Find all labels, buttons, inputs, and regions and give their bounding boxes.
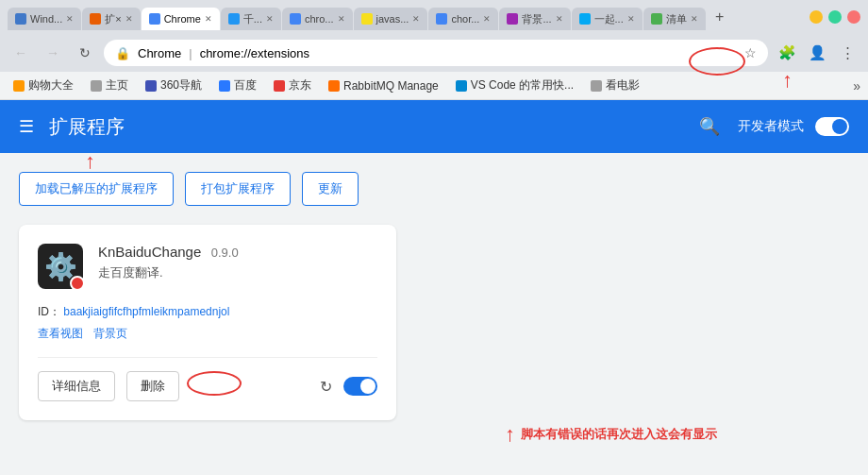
reload-extension-icon[interactable]: ↻ (320, 378, 332, 396)
tab-6[interactable]: javas... ✕ (354, 8, 428, 30)
reload-button[interactable]: ↻ (72, 40, 98, 66)
new-tab-button[interactable]: + (707, 4, 733, 30)
tab-8[interactable]: 背景... ✕ (499, 8, 570, 30)
tab-5[interactable]: chro... ✕ (282, 8, 353, 30)
tab-7[interactable]: chor... ✕ (428, 8, 498, 30)
bookmark-favicon-360 (145, 80, 157, 92)
bookmarks-more-button[interactable]: » (853, 78, 860, 93)
bookmark-favicon-vscode (456, 80, 467, 92)
ext-cards: ⚙️ KnBaiduChange 0.9.0 走百度翻译. ID： baakji… (0, 225, 868, 420)
bookmark-vscode[interactable]: VS Code 的常用快... (450, 76, 579, 95)
ext-toggle-knob (360, 379, 376, 394)
ext-description: 走百度翻译. (98, 264, 377, 281)
maximize-button[interactable] (828, 10, 842, 24)
ext-name: KnBaiduChange (98, 244, 201, 260)
bookmark-label-home: 主页 (106, 77, 128, 93)
tab-label-9: 一起... (594, 12, 624, 26)
ext-enabled-toggle[interactable] (343, 377, 377, 396)
error-annotation-text: 脚本有错误的话再次进入这会有显示 (521, 426, 717, 443)
toolbar-icons: 🧩 👤 ⋮ (774, 40, 860, 66)
ext-view-link-2[interactable]: 背景页 (93, 327, 127, 340)
tab-label-1: Wind... (30, 13, 62, 25)
tab-1[interactable]: Wind... ✕ (8, 8, 81, 30)
bookmark-label-vscode: VS Code 的常用快... (471, 77, 574, 93)
bookmark-label-360: 360导航 (160, 77, 202, 93)
url-favicon: 🔒 (115, 46, 130, 60)
search-extensions-button[interactable]: 🔍 (693, 110, 726, 144)
bookmark-favicon-jd (274, 80, 285, 92)
tab-label-6: javas... (376, 13, 409, 25)
extensions-icon[interactable]: 🧩 (774, 40, 800, 66)
tab-favicon-1 (15, 13, 26, 25)
bookmark-home[interactable]: 主页 (85, 76, 134, 95)
tab-favicon-10 (651, 13, 662, 25)
dev-mode-label: 开发者模式 (738, 118, 804, 135)
profile-icon[interactable]: 👤 (804, 40, 830, 66)
tab-favicon-2 (90, 13, 101, 25)
back-button[interactable]: ← (8, 40, 34, 66)
error-annotation: ↑ 脚本有错误的话再次进入这会有显示 (505, 422, 717, 447)
bookmark-label-movie: 看电影 (606, 77, 640, 93)
tab-favicon-7 (436, 13, 447, 25)
tab-10[interactable]: 清单 ✕ (643, 8, 706, 30)
tab-9[interactable]: 一起... ✕ (572, 8, 643, 30)
tab-close-2[interactable]: ✕ (125, 14, 133, 24)
tab-close-1[interactable]: ✕ (66, 14, 74, 24)
pack-extension-button[interactable]: 打包扩展程序 (185, 172, 291, 206)
tab-close-3[interactable]: ✕ (205, 14, 212, 24)
ext-delete-button[interactable]: 删除 (126, 371, 179, 401)
tab-label-8: 背景... (522, 12, 551, 26)
load-extension-button[interactable]: 加载已解压的扩展程序 (19, 172, 174, 206)
bookmark-favicon-rabbitmq (328, 80, 340, 92)
tab-close-10[interactable]: ✕ (691, 14, 698, 24)
url-site-label: Chrome (138, 46, 181, 60)
header-right: 🔍 开发者模式 (693, 110, 849, 144)
bookmark-jd[interactable]: 京东 (268, 76, 317, 95)
tab-close-5[interactable]: ✕ (338, 14, 345, 24)
bookmarks-bar: 购物大全 主页 360导航 百度 京东 RabbitMQ Manage VS C… (0, 72, 868, 100)
tab-favicon-5 (290, 13, 301, 25)
tab-favicon-4 (228, 13, 240, 25)
bookmark-rabbitmq[interactable]: RabbitMQ Manage (323, 77, 444, 94)
ext-card-header: ⚙️ KnBaiduChange 0.9.0 走百度翻译. (38, 244, 377, 289)
tab-label-10: 清单 (666, 12, 687, 26)
error-annotation-circle (187, 371, 242, 396)
more-menu-icon[interactable]: ⋮ (834, 40, 860, 66)
bookmark-shopping[interactable]: 购物大全 (8, 76, 79, 95)
url-bar[interactable]: 🔒 Chrome | chrome://extensions ☆ (104, 40, 768, 66)
ext-error-badge (70, 276, 85, 291)
bookmark-favicon-home (91, 80, 102, 92)
tab-group: Wind... ✕ 扩× ✕ Chrome ✕ 千. (8, 4, 733, 30)
close-button[interactable] (847, 10, 860, 24)
hamburger-menu-icon[interactable]: ☰ (19, 116, 34, 137)
bookmark-360[interactable]: 360导航 (140, 76, 208, 95)
extensions-page: ☰ 扩展程序 🔍 开发者模式 ↑ 加载已解压的扩展程序 打包扩展程序 更新 ↑ (0, 100, 868, 475)
tab-close-4[interactable]: ✕ (266, 14, 274, 24)
ext-detail-button[interactable]: 详细信息 (38, 371, 115, 401)
minimize-button[interactable] (810, 10, 823, 24)
tab-label-2: 扩× (105, 12, 121, 26)
tab-close-6[interactable]: ✕ (412, 14, 420, 24)
bookmark-star-icon[interactable]: ☆ (744, 45, 757, 60)
tab-close-7[interactable]: ✕ (483, 14, 491, 24)
bookmark-favicon-movie (591, 80, 602, 92)
tab-3[interactable]: Chrome ✕ (142, 8, 220, 30)
bookmark-label-jd: 京东 (289, 77, 311, 93)
ext-view-link-1[interactable]: 查看视图 (38, 327, 83, 340)
tab-close-9[interactable]: ✕ (627, 14, 635, 24)
tab-4[interactable]: 千... ✕ (221, 8, 281, 30)
url-address: chrome://extensions (200, 46, 309, 60)
forward-button[interactable]: → (40, 40, 66, 66)
ext-card-knbaiduchange: ⚙️ KnBaiduChange 0.9.0 走百度翻译. ID： baakji… (19, 225, 396, 420)
toggle-knob (832, 119, 847, 134)
tab-row: Wind... ✕ 扩× ✕ Chrome ✕ 千. (8, 4, 810, 30)
address-bar: ← → ↻ 🔒 Chrome | chrome://extensions ☆ 🧩… (0, 34, 868, 72)
extensions-title: 扩展程序 (49, 114, 693, 140)
dev-mode-toggle[interactable] (815, 117, 849, 136)
tab-label-5: chro... (305, 13, 334, 25)
tab-2[interactable]: 扩× ✕ (82, 8, 140, 30)
bookmark-baidu[interactable]: 百度 (213, 76, 262, 95)
bookmark-movie[interactable]: 看电影 (585, 76, 645, 95)
tab-close-8[interactable]: ✕ (556, 14, 563, 24)
update-button[interactable]: 更新 (302, 172, 359, 206)
